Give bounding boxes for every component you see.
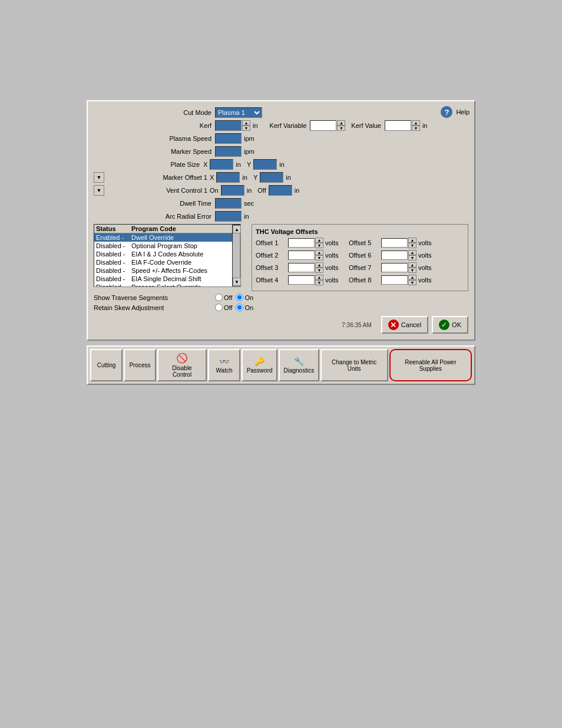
kerf-up[interactable]: ▲ [242, 120, 250, 126]
thc-offset6-down[interactable]: ▼ [408, 255, 416, 261]
cut-mode-select[interactable]: Plasma 1 [215, 107, 262, 118]
cutting-label: Cutting [97, 362, 116, 368]
traverse-on-radio[interactable] [236, 294, 243, 301]
thc-offset3-input[interactable]: 0 [288, 263, 315, 272]
process-button[interactable]: Process [124, 349, 156, 381]
list-item[interactable]: Disabled -EIA I & J Codes Absolute [94, 250, 232, 258]
list-item[interactable]: Disabled -EIA F-Code Override [94, 258, 232, 266]
password-button[interactable]: 🔑 Password [242, 349, 277, 381]
marker-offset-dropdown[interactable]: ▼ [94, 172, 104, 183]
program-list-scrollbar[interactable]: ▲ ▼ [232, 225, 240, 286]
list-item-code: Process Select Override [131, 284, 230, 286]
reenable-all-button[interactable]: Reenable All Power Supplies [389, 349, 472, 381]
program-list[interactable]: Enabled -Dwell OverrideDisabled -Optiona… [94, 233, 232, 286]
thc-offset1-down[interactable]: ▼ [315, 243, 323, 248]
arc-radial-error-input[interactable]: 0.05 [215, 211, 242, 222]
kerf-variable-down[interactable]: ▼ [337, 126, 345, 131]
change-to-metric-label: Change to Metric Units [326, 359, 382, 372]
dwell-time-row: Dwell Time 0 sec [94, 198, 468, 209]
thc-offset6-input[interactable]: 0 [381, 251, 408, 260]
thc-offset7-up[interactable]: ▲ [408, 262, 416, 268]
vent-control-dropdown[interactable]: ▼ [94, 185, 104, 196]
list-item[interactable]: Disabled -EIA Single Decimal Shift [94, 275, 232, 283]
thc-offset3-up[interactable]: ▲ [315, 262, 323, 268]
thc-offset6-up[interactable]: ▲ [408, 250, 416, 255]
plate-y-input[interactable]: 48 [253, 159, 277, 170]
marker-offset-label: Marker Offset 1 [104, 174, 207, 181]
change-to-metric-button[interactable]: Change to Metric Units [320, 349, 388, 381]
scroll-down-btn[interactable]: ▼ [233, 278, 241, 286]
thc-offset5-input[interactable]: 0 [381, 238, 408, 248]
list-item[interactable]: Disabled -Process Select Override [94, 283, 232, 286]
retain-skew-on-radio[interactable] [236, 304, 243, 311]
thc-offset7-down[interactable]: ▼ [408, 268, 416, 273]
kerf-variable-label: Kerf Variable [270, 122, 307, 129]
thc-offset4-down[interactable]: ▼ [315, 280, 323, 285]
list-item[interactable]: Disabled -Optional Program Stop [94, 242, 232, 250]
thc-offset5-down[interactable]: ▼ [408, 243, 416, 248]
thc-offset3-row: Offset 3 0 ▲ ▼ volts [256, 262, 343, 273]
diagnostics-icon: 🔧 [294, 357, 304, 366]
watch-button[interactable]: 👓 Watch [208, 349, 240, 381]
thc-offset3-label: Offset 3 [256, 264, 288, 271]
ok-button[interactable]: ✓ OK [432, 316, 468, 334]
traverse-off-radio[interactable] [215, 294, 223, 301]
traverse-on-label[interactable]: On [236, 294, 253, 301]
thc-offset8-input[interactable]: 0 [381, 275, 408, 285]
plate-x-input[interactable]: 48 [210, 159, 233, 170]
plasma-speed-label: Plasma Speed [94, 135, 211, 142]
list-item[interactable]: Enabled -Dwell Override [94, 233, 232, 242]
marker-speed-input[interactable]: 50 [215, 146, 242, 157]
program-list-section: Status Program Code Enabled -Dwell Overr… [94, 224, 241, 287]
thc-offset2-input[interactable]: 0 [288, 251, 315, 260]
retain-skew-off-label[interactable]: Off [215, 304, 232, 311]
thc-offset2-up[interactable]: ▲ [315, 250, 323, 255]
plate-size-label: Plate Size [94, 161, 200, 168]
ok-label: OK [452, 321, 461, 328]
help-icon[interactable]: ? [441, 106, 452, 118]
thc-offset5-up[interactable]: ▲ [408, 238, 416, 243]
cancel-button[interactable]: ✕ Cancel [381, 316, 428, 334]
thc-offset8-down[interactable]: ▼ [408, 280, 416, 285]
scroll-up-btn[interactable]: ▲ [233, 225, 241, 233]
marker-offset-y-label: Y [253, 174, 257, 181]
program-list-header: Status Program Code [94, 225, 232, 233]
arc-radial-error-label: Arc Radial Error [94, 213, 211, 220]
thc-offset1-input[interactable]: 0.1 [288, 238, 315, 248]
cutting-button[interactable]: Cutting [90, 349, 123, 381]
list-item[interactable]: Disabled -Speed +/- Affects F-Codes [94, 266, 232, 275]
marker-offset-x-input[interactable]: 0 [216, 172, 240, 183]
help-label[interactable]: Help [456, 108, 470, 116]
kerf-value-down[interactable]: ▼ [412, 126, 420, 131]
kerf-value-input[interactable]: 0 [385, 120, 411, 131]
vent-off-input[interactable]: 0 [269, 185, 292, 196]
thc-offset4-input[interactable]: 0 [288, 275, 315, 285]
kerf-down[interactable]: ▼ [242, 126, 250, 131]
kerf-value-up[interactable]: ▲ [412, 120, 420, 126]
plate-y-unit: in [279, 161, 285, 168]
diagnostics-button[interactable]: 🔧 Diagnostics [279, 349, 319, 381]
dwell-time-input[interactable]: 0 [215, 198, 242, 209]
kerf-value-label: Kerf Value [351, 122, 381, 129]
thc-offset2-down[interactable]: ▼ [315, 255, 323, 261]
retain-skew-label: Retain Skew Adjustment [94, 304, 211, 311]
traverse-off-label[interactable]: Off [215, 294, 232, 301]
vent-on-input[interactable]: 0 [221, 185, 244, 196]
plasma-speed-input[interactable]: 245 [215, 133, 242, 144]
kerf-variable-up[interactable]: ▲ [337, 120, 345, 126]
kerf-input[interactable]: 0.1 [215, 120, 242, 131]
retain-skew-off-radio[interactable] [215, 304, 223, 311]
marker-offset-y-unit: in [286, 174, 291, 181]
dwell-time-unit: sec [244, 200, 254, 207]
disable-control-button[interactable]: 🚫 Disable Control [157, 349, 207, 381]
thc-offset1-up[interactable]: ▲ [315, 238, 323, 243]
thc-offset7-row: Offset 7 0 ▲ ▼ volts [349, 262, 436, 273]
thc-offset4-up[interactable]: ▲ [315, 275, 323, 280]
marker-offset-y-input[interactable]: 0 [260, 172, 283, 183]
retain-skew-on-label[interactable]: On [236, 304, 253, 311]
thc-offset7-input[interactable]: 0 [381, 263, 408, 272]
thc-offset3-down[interactable]: ▼ [315, 268, 323, 273]
password-icon: 🔑 [254, 357, 265, 366]
kerf-variable-input[interactable]: 1 [310, 120, 336, 131]
thc-offset8-up[interactable]: ▲ [408, 275, 416, 280]
